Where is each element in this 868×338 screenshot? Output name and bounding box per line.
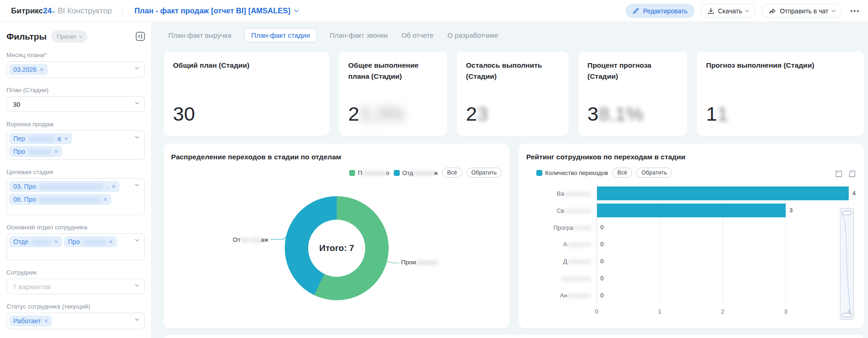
kpi-value: 30 — [173, 104, 320, 124]
gridline — [723, 185, 723, 304]
x-axis-tick: 2 — [713, 308, 732, 315]
kpi-title: Осталось выполнить (Стадии) — [466, 60, 559, 82]
gridline — [660, 185, 660, 304]
filter-employee-status[interactable]: Работает× — [6, 313, 145, 329]
filter-list: Месяц плана*03.2026×План (Стадии)30Ворон… — [6, 52, 145, 329]
filter-label-plan-stages: План (Стадии) — [6, 87, 145, 93]
preset-dropdown[interactable]: Пресет — [51, 30, 87, 43]
chevron-down-icon — [135, 100, 139, 104]
legend-all-button[interactable]: Всё — [442, 168, 462, 178]
bar-value-label: 0 — [600, 221, 604, 234]
chevron-down-icon — [832, 8, 835, 12]
kpi-value: 23 — [466, 104, 559, 124]
collapse-sidebar-button[interactable] — [136, 32, 145, 41]
donut-slice-label-left: Отххх хххаж — [233, 236, 268, 243]
datazoom-handle-top[interactable] — [842, 211, 851, 215]
header-divider — [122, 6, 122, 16]
tag-remove-icon[interactable]: × — [40, 66, 44, 73]
chevron-down-icon — [745, 8, 749, 12]
legend-all-button[interactable]: Всё — [612, 168, 632, 178]
filter-label-month-plan: Месяц плана* — [6, 52, 145, 58]
chevron-down-icon — [135, 317, 139, 321]
legend-invert-button[interactable]: Обратить — [466, 168, 502, 178]
next-panel-edge — [164, 335, 864, 338]
download-icon — [707, 7, 714, 14]
tag-remove-icon[interactable]: × — [54, 238, 58, 245]
legend-swatch — [394, 170, 400, 176]
kpi-value: 23.3% — [348, 104, 438, 124]
tag-remove-icon[interactable]: × — [64, 135, 68, 142]
bar — [597, 186, 849, 200]
filter-placeholder: 7 вариантов — [8, 280, 131, 291]
zoom-reset-icon[interactable] — [849, 170, 856, 177]
kpi-card-total-completion: Общее выполнение плана (Стадии)23.3% — [339, 52, 447, 136]
tab-about-report[interactable]: Об отчете — [401, 28, 435, 42]
tab-plan-fact-stages[interactable]: План-факт стадии — [244, 28, 317, 42]
legend-item[interactable]: Количество переходов — [536, 169, 608, 176]
filter-target-stage[interactable]: 03. Прохххххххххххххххххххх .×08. Проххх… — [6, 178, 145, 215]
filter-tag[interactable]: 03. Прохххххххххххххххххххх .× — [9, 181, 120, 192]
chevron-down-icon — [135, 182, 139, 186]
zoom-select-icon[interactable] — [835, 170, 842, 177]
tag-row: 08. Проххххххххххххххххххх× — [8, 193, 131, 206]
bar-value-label: 0 — [600, 289, 604, 303]
download-button[interactable]: Скачать — [700, 4, 756, 18]
bar-legend: Количество переходов Всё Обратить — [536, 168, 672, 178]
tag-remove-icon[interactable]: × — [112, 183, 115, 190]
filter-tag[interactable]: Работает× — [9, 315, 52, 326]
legend-swatch — [536, 170, 542, 176]
kpi-card-forecast-percent: Процент прогноза (Стадии)38.1% — [578, 52, 687, 136]
filter-tag[interactable]: 08. Проххххххххххххххххххх× — [9, 194, 111, 205]
bar-chart-title: Рейтинг сотрудников по переходам в стади… — [526, 153, 685, 161]
chevron-down-icon — [135, 238, 139, 241]
chevron-down-icon — [294, 8, 299, 12]
legend-item[interactable]: Отдхххххххж — [394, 169, 438, 176]
datazoom-slider[interactable] — [840, 208, 854, 320]
kpi-value: 11 — [706, 104, 855, 124]
report-title-dropdown[interactable]: План - факт продаж [отчет BI] [AMSALES] — [134, 6, 298, 15]
tag-remove-icon[interactable]: × — [109, 238, 113, 245]
top-bar: Битрикс24© BI Конструктор План - факт пр… — [0, 0, 868, 22]
filter-label-employee: Сотрудник — [6, 269, 145, 276]
send-to-chat-button[interactable]: Отправить в чат — [761, 4, 842, 18]
filter-tag[interactable]: Перхххххххха× — [9, 133, 72, 144]
bar-value-label: 4 — [852, 186, 856, 200]
logo-product: BI Конструктор — [57, 6, 112, 16]
report-tabs: План-факт выручкаПлан-факт стадииПлан-фа… — [167, 28, 864, 42]
x-axis-tick: 1 — [650, 308, 669, 315]
chevron-down-icon — [79, 35, 82, 38]
filter-month-plan[interactable]: 03.2026× — [6, 61, 145, 78]
legend-invert-button[interactable]: Обратить — [636, 168, 672, 178]
bar — [597, 204, 786, 217]
edit-button[interactable]: Редактировать — [626, 4, 695, 18]
donut-chart-title: Распределение переходов в стадии по отде… — [171, 153, 341, 161]
tab-plan-fact-revenue[interactable]: План-факт выручка — [167, 28, 232, 42]
filter-tag[interactable]: Проххххххх× — [9, 146, 62, 157]
tab-about-developer[interactable]: О разработчике — [447, 28, 500, 42]
kpi-card-forecast-completion: Прогноз выполнения (Стадии)11 — [697, 52, 864, 136]
filter-tag[interactable]: Отдехххххх× — [9, 236, 62, 247]
datazoom-handle-bottom[interactable] — [842, 313, 851, 317]
tab-plan-fact-calls[interactable]: План-факт звонки — [329, 28, 389, 42]
filter-tag[interactable]: 03.2026× — [9, 64, 48, 75]
donut-chart-panel: Распределение переходов в стадии по отде… — [164, 144, 509, 328]
tag-remove-icon[interactable]: × — [44, 317, 48, 325]
filter-plan-stages[interactable]: 30 — [6, 96, 145, 112]
tag-remove-icon[interactable]: × — [54, 148, 58, 155]
filter-main-department[interactable]: Отдехххххх×Проххххххх× — [6, 233, 145, 260]
filter-sales-funnel[interactable]: Перхххххххха×Проххххххх× — [6, 130, 145, 160]
donut-total-label: Итого: 7 — [285, 196, 389, 300]
tag-remove-icon[interactable]: × — [103, 196, 107, 203]
filter-tag[interactable]: Проххххххх× — [64, 236, 117, 247]
x-axis-tick: 3 — [776, 308, 795, 315]
chevron-down-icon — [135, 283, 139, 286]
bar-value-label: 0 — [600, 238, 604, 251]
filter-employee[interactable]: 7 вариантов — [6, 279, 145, 294]
bar-value-label: 0 — [600, 255, 604, 268]
filter-label-sales-funnel: Воронка продаж — [6, 121, 145, 128]
bar-category-label: Програхххххх — [522, 219, 595, 236]
more-menu-button[interactable] — [851, 10, 859, 12]
collapse-icon — [136, 32, 145, 41]
legend-item[interactable]: Пххххххххо — [349, 169, 389, 176]
kpi-title: Прогноз выполнения (Стадии) — [706, 60, 855, 71]
